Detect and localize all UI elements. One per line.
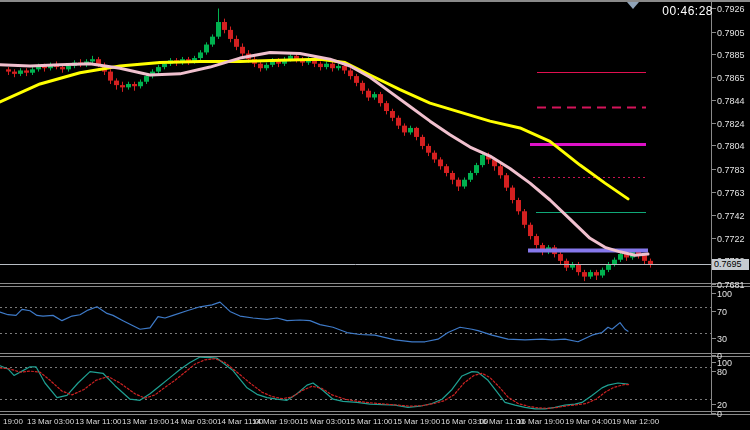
price-axis-label: 0.7885: [717, 50, 745, 60]
stochastic-axis-label: 0: [717, 409, 722, 419]
time-axis-label: 13 Mar 03:00: [27, 417, 74, 427]
price-axis-label: 0.7905: [717, 28, 745, 38]
time-axis-label: 15 Mar 19:00: [393, 417, 440, 427]
stochastic-axis-label: 80: [717, 367, 727, 377]
axis-labels-layer: 0.79260.79050.78850.78650.78440.78240.78…: [0, 0, 750, 430]
time-axis-label: 13 Mar 11:00: [75, 417, 122, 427]
price-axis-label: 0.7742: [717, 211, 745, 221]
price-axis-label: 0.7865: [717, 73, 745, 83]
price-axis-label: 0.7783: [717, 165, 745, 175]
time-axis-label: 16 Mar 19:00: [517, 417, 564, 427]
price-axis-label: 0.7844: [717, 96, 745, 106]
price-axis-label: 0.7926: [717, 4, 745, 14]
price-axis-label: 0.7824: [717, 119, 745, 129]
time-axis-label: 19 Mar 12:00: [612, 417, 659, 427]
trading-chart-window: 0.79260.79050.78850.78650.78440.78240.78…: [0, 0, 750, 430]
server-clock: 00:46:28: [662, 4, 713, 18]
time-axis-label: 13 Mar 19:00: [122, 417, 169, 427]
price-axis-label: 0.7722: [717, 234, 745, 244]
time-axis-label: 15 Mar 11:00: [346, 417, 393, 427]
oscillator-axis-label: 70: [717, 307, 727, 317]
price-axis-label: 0.7763: [717, 188, 745, 198]
oscillator-axis-label: 100: [717, 289, 732, 299]
time-axis-label: 19:00: [3, 417, 23, 427]
price-axis-label: 0.7804: [717, 141, 745, 151]
time-axis-label: 15 Mar 03:00: [299, 417, 346, 427]
time-axis-label: 19 Mar 04:00: [565, 417, 612, 427]
oscillator-axis-label: 30: [717, 334, 727, 344]
time-axis-label: 14 Mar 03:00: [170, 417, 217, 427]
time-axis-label: 14 Mar 19:00: [252, 417, 299, 427]
current-price-badge: 0.7695: [712, 259, 749, 270]
